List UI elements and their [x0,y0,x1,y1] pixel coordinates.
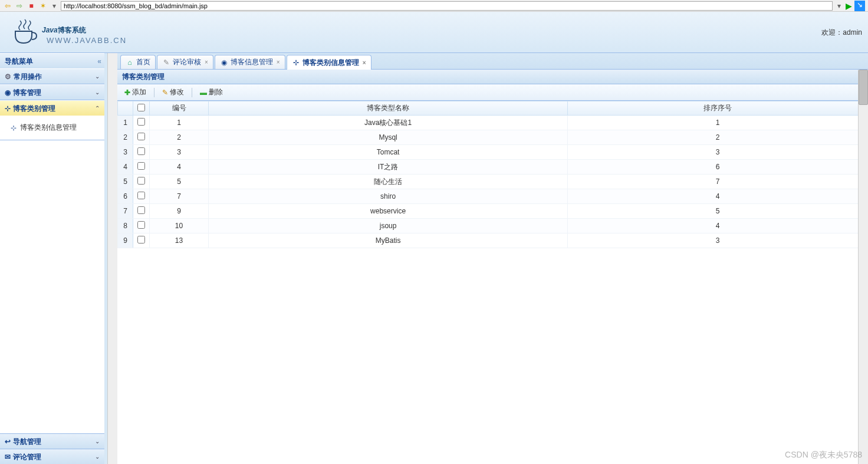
tab-blog-info[interactable]: ◉ 博客信息管理 × [215,55,285,69]
id-cell: 9 [150,204,209,219]
row-checkbox[interactable] [137,206,145,214]
sidebar-item-common[interactable]: ⚙常用操作 ⌄ [0,68,104,84]
blog-icon: ◉ [5,85,11,100]
id-cell: 3 [150,145,209,160]
table-row[interactable]: 913MyBatis3 [118,233,868,248]
name-cell: Mysql [209,130,568,145]
table-row[interactable]: 79webservice5 [118,204,868,219]
row-checkbox[interactable] [137,177,145,185]
table-row[interactable]: 67shiro4 [118,189,868,204]
close-icon[interactable]: × [363,60,366,66]
close-icon[interactable]: × [277,59,280,65]
rownum-cell: 5 [118,175,133,189]
table-row[interactable]: 55随心生活7 [118,175,868,189]
sidebar: 导航菜单 « ⚙常用操作 ⌄ ◉博客管理 ⌄ ⊹博客类别管理 ⌃ ⊹ 博客 [0,53,107,464]
browser-toolbar: ⇦ ⇨ ■ ✶ ▾ ▾ ▶ ↘ [0,0,868,12]
forward-icon[interactable]: ⇨ [15,1,24,11]
tab-home[interactable]: ⌂ 首页 [120,55,156,69]
order-cell: 3 [568,233,868,248]
gears-icon: ⚙ [5,69,11,84]
edit-button-label: 修改 [170,87,184,97]
table-row[interactable]: 810jsoup4 [118,219,868,233]
back-icon: ↩ [5,434,11,449]
sidebar-item-label: 博客类别管理 [13,101,55,116]
chevron-up-icon: ⌃ [95,101,100,116]
edit-button[interactable]: ✎ 修改 [157,86,189,98]
delete-icon: ▬ [200,88,207,97]
rownum-cell: 7 [118,204,133,219]
back-icon[interactable]: ⇦ [3,1,12,11]
sidebar-item-nav-manage[interactable]: ↩导航管理 ⌄ [0,433,104,449]
sidebar-item-comment-manage[interactable]: ✉评论管理 ⌄ [0,449,104,464]
rownum-cell: 6 [118,189,133,204]
sidebar-item-category-manage[interactable]: ⊹博客类别管理 ⌃ [0,100,104,116]
coffee-cup-icon [11,18,39,47]
id-cell: 5 [150,175,209,189]
url-dropdown-icon[interactable]: ▾ [835,2,843,10]
tab-category-info[interactable]: ⊹ 博客类别信息管理 × [287,55,371,70]
name-cell: MyBatis [209,233,568,248]
select-all-checkbox[interactable] [137,104,145,111]
panel-title: 博客类别管理 [117,70,868,84]
sidebar-scrollbar[interactable] [107,53,117,464]
order-cell: 7 [568,175,868,189]
row-checkbox[interactable] [137,118,145,126]
collapse-sidebar-icon[interactable]: « [97,54,100,69]
grid-toolbar: ✚ 添加 ✎ 修改 ▬ 删除 [117,84,868,101]
home-icon: ⌂ [126,58,134,67]
tree-icon: ⊹ [5,101,11,116]
comments-icon: ✉ [5,449,11,465]
checkbox-cell [133,233,150,248]
close-icon[interactable]: × [205,59,208,65]
col-name[interactable]: 博客类型名称 [209,101,568,116]
tab-comment-review[interactable]: ✎ 评论审核 × [157,55,213,69]
content-scrollbar[interactable] [858,70,868,464]
watermark: CSDN @夜未央5788 [785,450,862,460]
row-checkbox[interactable] [137,133,145,140]
table-row[interactable]: 11Java核心基础11 [118,116,868,130]
row-checkbox[interactable] [137,236,145,243]
stop-icon[interactable]: ■ [27,1,36,11]
col-id[interactable]: 编号 [150,101,209,116]
history-dropdown-icon[interactable]: ▾ [50,2,58,10]
col-order[interactable]: 排序序号 [568,101,868,116]
table-row[interactable]: 22Mysql2 [118,130,868,145]
logo-subtitle: WWW.JAVABB.CN [42,36,127,45]
url-input[interactable] [61,1,833,11]
add-icon: ✚ [124,88,130,97]
welcome-text: 欢迎：admin [821,27,862,38]
order-cell: 3 [568,145,868,160]
table-row[interactable]: 44IT之路6 [118,160,868,175]
go-icon[interactable]: ▶ [846,1,852,11]
tree-item-category-info[interactable]: ⊹ 博客类别信息管理 [5,120,100,135]
checkbox-cell [133,160,150,175]
row-checkbox[interactable] [137,162,145,170]
name-cell: IT之路 [209,160,568,175]
row-checkbox[interactable] [137,192,145,199]
sidebar-item-blog-manage[interactable]: ◉博客管理 ⌄ [0,84,104,100]
checkbox-cell [133,219,150,233]
id-cell: 13 [150,233,209,248]
tree-item-label: 博客类别信息管理 [20,123,77,133]
chevron-down-icon: ⌄ [95,434,100,449]
logo-title: Java博客系统 [42,20,127,36]
add-button[interactable]: ✚ 添加 [120,86,151,98]
app-header: Java博客系统 WWW.JAVABB.CN 欢迎：admin [0,12,868,53]
tab-label: 博客类别信息管理 [303,58,359,68]
table-row[interactable]: 33Tomcat3 [118,145,868,160]
browser-menu-icon[interactable]: ↘ [854,1,865,11]
delete-button[interactable]: ▬ 删除 [195,86,228,98]
rownum-cell: 9 [118,233,133,248]
checkbox-cell [133,189,150,204]
id-cell: 1 [150,116,209,130]
order-cell: 1 [568,116,868,130]
scrollbar-thumb[interactable] [859,70,868,105]
row-checkbox[interactable] [137,147,145,155]
rownum-cell: 4 [118,160,133,175]
rownum-cell: 2 [118,130,133,145]
row-checkbox[interactable] [137,221,145,229]
name-cell: Java核心基础1 [209,116,568,130]
refresh-icon[interactable]: ✶ [38,1,48,11]
rownum-cell: 8 [118,219,133,233]
sidebar-item-label: 导航管理 [13,434,41,449]
